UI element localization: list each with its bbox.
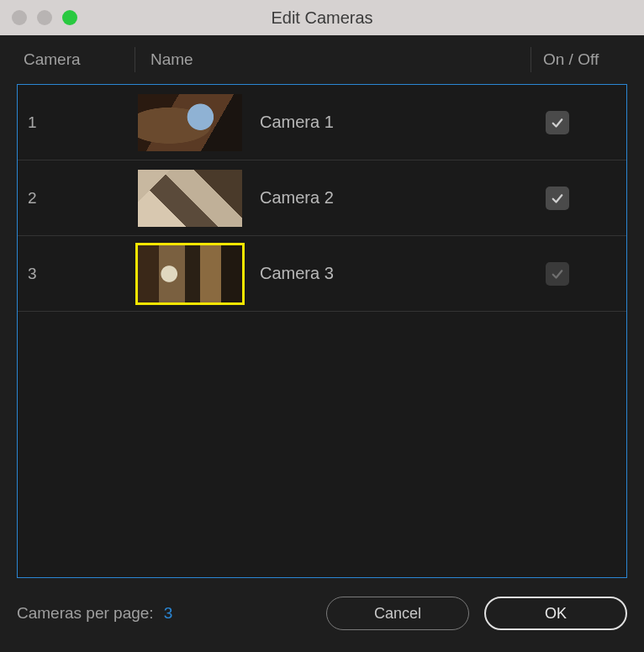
dialog-content: Camera Name On / Off 1Camera 12Camera 23… bbox=[0, 35, 644, 652]
camera-list: 1Camera 12Camera 23Camera 3 bbox=[17, 84, 627, 578]
camera-name[interactable]: Camera 1 bbox=[260, 113, 542, 132]
camera-name[interactable]: Camera 2 bbox=[260, 188, 542, 208]
camera-thumbnail[interactable] bbox=[135, 244, 245, 304]
table-header: Camera Name On / Off bbox=[17, 35, 627, 84]
cancel-button[interactable]: Cancel bbox=[326, 597, 469, 630]
check-icon bbox=[550, 191, 565, 206]
table-row[interactable]: 1Camera 1 bbox=[18, 85, 626, 160]
camera-on-off-checkbox[interactable] bbox=[546, 187, 569, 210]
camera-index: 1 bbox=[18, 113, 135, 132]
traffic-lights bbox=[0, 10, 77, 25]
check-icon bbox=[550, 115, 565, 130]
table-row[interactable]: 3Camera 3 bbox=[18, 236, 626, 312]
table-row[interactable]: 2Camera 2 bbox=[18, 160, 626, 236]
column-header-name[interactable]: Name bbox=[147, 50, 531, 69]
column-header-onoff[interactable]: On / Off bbox=[543, 50, 627, 69]
check-icon bbox=[550, 266, 565, 281]
cameras-per-page-label: Cameras per page: bbox=[17, 604, 154, 623]
cameras-per-page-value[interactable]: 3 bbox=[164, 604, 173, 623]
camera-index: 3 bbox=[18, 265, 135, 283]
window-title: Edit Cameras bbox=[271, 8, 372, 28]
camera-index: 2 bbox=[18, 189, 135, 208]
titlebar: Edit Cameras bbox=[0, 0, 644, 35]
dialog-footer: Cameras per page: 3 Cancel OK bbox=[17, 578, 627, 635]
camera-on-off-checkbox bbox=[546, 262, 569, 286]
camera-thumbnail[interactable] bbox=[135, 168, 245, 229]
column-divider bbox=[135, 47, 135, 72]
camera-on-off-checkbox[interactable] bbox=[546, 111, 569, 134]
ok-button[interactable]: OK bbox=[484, 597, 627, 630]
minimize-window-button[interactable] bbox=[37, 10, 52, 25]
camera-thumbnail[interactable] bbox=[135, 92, 245, 153]
camera-name[interactable]: Camera 3 bbox=[260, 264, 542, 283]
close-window-button[interactable] bbox=[12, 10, 27, 25]
maximize-window-button[interactable] bbox=[62, 10, 77, 25]
column-divider bbox=[531, 47, 531, 72]
column-header-camera[interactable]: Camera bbox=[17, 50, 135, 69]
